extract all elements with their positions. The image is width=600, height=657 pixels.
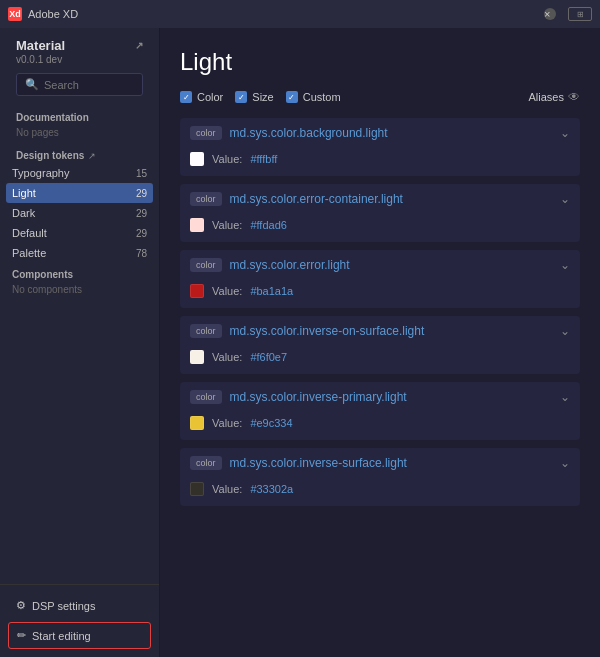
checkbox-size[interactable]: ✓: [235, 91, 247, 103]
search-box[interactable]: 🔍: [16, 73, 143, 96]
token-name: md.sys.color.inverse-on-surface.light: [230, 324, 552, 338]
external-link-icon[interactable]: ↗: [135, 40, 143, 51]
token-body: Value: #ffdad6: [180, 214, 580, 242]
pencil-icon: ✏: [17, 629, 26, 642]
token-type-badge: color: [190, 126, 222, 140]
token-header[interactable]: color md.sys.color.error.light ⌄: [180, 250, 580, 280]
token-name: md.sys.color.inverse-primary.light: [230, 390, 552, 404]
start-editing-button[interactable]: ✏ Start editing: [8, 622, 151, 649]
token-body: Value: #fffbff: [180, 148, 580, 176]
sidebar-item-light[interactable]: Light29: [6, 183, 153, 203]
token-value-label: Value:: [212, 351, 242, 363]
token-value: #33302a: [250, 483, 293, 495]
app-version: v0.0.1 dev: [16, 54, 143, 65]
sidebar: Material ↗ v0.0.1 dev 🔍 Documentation No…: [0, 28, 160, 657]
tokens-list: color md.sys.color.background.light ⌄ Va…: [180, 118, 580, 506]
main-container: Material ↗ v0.0.1 dev 🔍 Documentation No…: [0, 28, 600, 657]
app-title-text: Material: [16, 38, 65, 53]
nav-item-label: Typography: [12, 167, 69, 179]
filter-label: Size: [252, 91, 273, 103]
token-body: Value: #e9c334: [180, 412, 580, 440]
sidebar-header: Material ↗ v0.0.1 dev 🔍 Documentation No…: [6, 28, 153, 163]
aliases-button[interactable]: Aliases 👁: [529, 90, 580, 104]
filter-label: Custom: [303, 91, 341, 103]
gear-icon: ⚙: [16, 599, 26, 612]
components-section-label: Components: [12, 263, 147, 282]
token-type-badge: color: [190, 324, 222, 338]
token-type-badge: color: [190, 456, 222, 470]
documentation-no-pages: No pages: [16, 125, 143, 144]
chevron-down-icon: ⌄: [560, 192, 570, 206]
token-card: color md.sys.color.error.light ⌄ Value: …: [180, 250, 580, 308]
token-value-label: Value:: [212, 219, 242, 231]
titlebar-app-name: Adobe XD: [28, 8, 78, 20]
sidebar-nav: Material ↗ v0.0.1 dev 🔍 Documentation No…: [0, 28, 159, 584]
app-icon: Xd: [8, 7, 22, 21]
token-value-label: Value:: [212, 153, 242, 165]
page-title: Light: [180, 48, 580, 76]
token-card: color md.sys.color.error-container.light…: [180, 184, 580, 242]
search-input[interactable]: [44, 79, 134, 91]
tab-close-button[interactable]: ×: [544, 8, 556, 20]
aliases-label: Aliases: [529, 91, 564, 103]
design-tokens-link-icon[interactable]: ↗: [88, 151, 96, 161]
dsp-settings-button[interactable]: ⚙ DSP settings: [8, 593, 151, 618]
filter-label: Color: [197, 91, 223, 103]
nav-items-list: Typography15Light29Dark29Default29Palett…: [6, 163, 153, 263]
nav-item-badge: 29: [127, 228, 147, 239]
token-body: Value: #33302a: [180, 478, 580, 506]
aliases-icon: 👁: [568, 90, 580, 104]
color-swatch: [190, 152, 204, 166]
color-swatch: [190, 416, 204, 430]
token-value: #fffbff: [250, 153, 277, 165]
color-swatch: [190, 218, 204, 232]
nav-item-label: Palette: [12, 247, 46, 259]
token-header[interactable]: color md.sys.color.background.light ⌄: [180, 118, 580, 148]
components-section: Components No components: [6, 263, 153, 301]
sidebar-item-palette[interactable]: Palette78: [6, 243, 153, 263]
token-name: md.sys.color.inverse-surface.light: [230, 456, 552, 470]
token-body: Value: #f6f0e7: [180, 346, 580, 374]
nav-item-label: Dark: [12, 207, 35, 219]
token-header[interactable]: color md.sys.color.inverse-primary.light…: [180, 382, 580, 412]
sidebar-item-typography[interactable]: Typography15: [6, 163, 153, 183]
nav-item-badge: 15: [127, 168, 147, 179]
filter-items-container: ✓Color✓Size✓Custom: [180, 91, 341, 103]
token-value-label: Value:: [212, 285, 242, 297]
nav-item-badge: 78: [127, 248, 147, 259]
color-swatch: [190, 350, 204, 364]
token-header[interactable]: color md.sys.color.error-container.light…: [180, 184, 580, 214]
filter-color[interactable]: ✓Color: [180, 91, 223, 103]
token-name: md.sys.color.error.light: [230, 258, 552, 272]
color-swatch: [190, 482, 204, 496]
token-type-badge: color: [190, 390, 222, 404]
checkbox-color[interactable]: ✓: [180, 91, 192, 103]
token-value: #e9c334: [250, 417, 292, 429]
chevron-down-icon: ⌄: [560, 258, 570, 272]
token-header[interactable]: color md.sys.color.inverse-surface.light…: [180, 448, 580, 478]
nav-item-badge: 29: [127, 208, 147, 219]
dsp-settings-label: DSP settings: [32, 600, 95, 612]
token-card: color md.sys.color.inverse-surface.light…: [180, 448, 580, 506]
components-no-items: No components: [12, 282, 147, 301]
sidebar-item-default[interactable]: Default29: [6, 223, 153, 243]
token-body: Value: #ba1a1a: [180, 280, 580, 308]
nav-item-badge: 29: [127, 188, 147, 199]
documentation-section-label: Documentation: [16, 106, 143, 125]
token-card: color md.sys.color.background.light ⌄ Va…: [180, 118, 580, 176]
sidebar-item-dark[interactable]: Dark29: [6, 203, 153, 223]
chevron-down-icon: ⌄: [560, 324, 570, 338]
app-title-bar: Material ↗: [16, 38, 143, 53]
token-name: md.sys.color.background.light: [230, 126, 552, 140]
filter-size[interactable]: ✓Size: [235, 91, 273, 103]
token-header[interactable]: color md.sys.color.inverse-on-surface.li…: [180, 316, 580, 346]
token-value-label: Value:: [212, 483, 242, 495]
filter-custom[interactable]: ✓Custom: [286, 91, 341, 103]
split-view-button[interactable]: ⊞: [568, 7, 592, 21]
checkbox-custom[interactable]: ✓: [286, 91, 298, 103]
token-value: #f6f0e7: [250, 351, 287, 363]
color-swatch: [190, 284, 204, 298]
nav-item-label: Default: [12, 227, 47, 239]
search-icon: 🔍: [25, 78, 39, 91]
titlebar: Xd Adobe XD × ⊞: [0, 0, 600, 28]
